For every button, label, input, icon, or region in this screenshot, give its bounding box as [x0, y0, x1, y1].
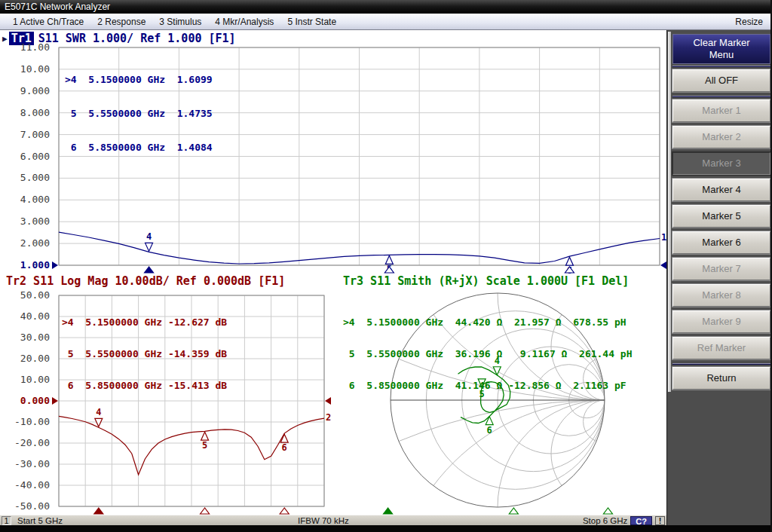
softkey-menu: Clear Marker Menu All OFFMarker 1Marker …	[672, 34, 770, 393]
stimulus-marker-6[interactable]	[280, 508, 289, 514]
ref-level-arrow-left[interactable]	[52, 261, 58, 269]
marker-flag-6[interactable]: 6	[486, 417, 493, 436]
softkey-button-marker-1: Marker 1	[672, 99, 770, 122]
ref-level-arrow-left[interactable]	[52, 397, 58, 405]
channel-indicator: 1	[2, 516, 11, 525]
trace1-settings: S11 SWR 1.000/ Ref 1.000 [F1]	[38, 32, 236, 45]
softkey-menu-title: Clear Marker Menu	[672, 34, 770, 64]
softkey-sidebar: Clear Marker Menu All OFFMarker 1Marker …	[666, 30, 772, 525]
tr1-s11-swr-group: 1456	[52, 231, 666, 276]
stop-frequency: Stop 6 GHz	[583, 516, 627, 525]
y-tick-label: 50.00	[5, 289, 50, 301]
y-tick-label: 40.00	[5, 310, 50, 323]
ref-level-arrow-right[interactable]	[660, 261, 666, 269]
y-tick-label: -50.00	[5, 500, 50, 512]
status-bar: 1 Start 5 GHz IFBW 70 kHz Stop 6 GHz C? …	[0, 515, 666, 525]
y-tick-label: 7.000	[5, 129, 50, 141]
softkey-button-return[interactable]: Return	[672, 367, 770, 390]
menu-bar: 1 Active Ch/Trace 2 Response 3 Stimulus …	[0, 14, 772, 30]
tr3-marker-readout: >4 5.1500000 GHz 44.420 Ω 21.957 Ω 678.5…	[343, 296, 633, 412]
marker-readout-row: 6 5.8500000 GHz 41.146 Ω -12.856 Ω 2.116…	[343, 381, 633, 391]
tr1-marker-readout: >4 5.1500000 GHz 1.6099 5 5.5500000 GHz …	[65, 51, 213, 176]
y-tick-label: 6.000	[5, 151, 50, 163]
y-tick-label: 2.000	[5, 237, 50, 249]
softkey-button-marker-8: Marker 8	[672, 284, 770, 307]
trace3-header[interactable]: Tr3 S11 Smith (R+jX) Scale 1.000U [F1 De…	[343, 274, 629, 288]
ifbw-value: IFBW 70 kHz	[298, 516, 349, 525]
marker-readout-row: 5 5.5500000 GHz 36.196 Ω 9.1167 Ω 261.44…	[343, 349, 633, 359]
softkey-separator	[672, 363, 770, 365]
softkey-button-marker-3[interactable]: Marker 3	[672, 152, 770, 175]
softkey-menu-title-line2: Menu	[673, 49, 770, 61]
plot-area: 14562456456 ▶ Tr1 S11 SWR 1.000/ Ref 1.0…	[0, 30, 666, 515]
window-title: E5071C Network Analyzer	[5, 2, 110, 12]
marker-readout-row: 6 5.8500000 GHz 1.4084	[65, 142, 213, 153]
marker-readout-row: >4 5.1500000 GHz 44.420 Ω 21.957 Ω 678.5…	[343, 317, 633, 328]
y-tick-label: 3.000	[5, 216, 50, 228]
softkey-scrollbar[interactable]	[668, 32, 671, 392]
svg-text:6: 6	[487, 425, 492, 436]
softkey-button-marker-4[interactable]: Marker 4	[672, 179, 770, 201]
softkey-button-marker-9: Marker 9	[672, 310, 770, 333]
y-tick-label: -40.00	[5, 479, 50, 491]
bottom-edge	[0, 525, 772, 532]
softkey-separator	[672, 96, 770, 97]
softkey-button-marker-6[interactable]: Marker 6	[672, 231, 770, 254]
y-tick-label: 30.00	[5, 332, 50, 344]
stimulus-marker-4[interactable]	[145, 267, 154, 273]
marker-readout-row: 6 5.8500000 GHz -15.413 dB	[62, 381, 227, 391]
y-tick-label: 9.000	[5, 85, 50, 97]
title-bar: E5071C Network Analyzer	[0, 0, 772, 14]
softkey-button-marker-2: Marker 2	[672, 126, 770, 148]
softkey-separator	[672, 66, 770, 67]
menu-item-stimulus[interactable]: 3 Stimulus	[152, 17, 208, 27]
y-tick-label: -30.00	[5, 458, 50, 470]
svg-text:5: 5	[202, 440, 207, 451]
marker-flag-6[interactable]: 6	[280, 434, 288, 453]
marker-flag-5[interactable]: 5	[201, 432, 209, 451]
correction-badge: C?	[630, 516, 652, 525]
menu-item-active-ch-trace[interactable]: 1 Active Ch/Trace	[6, 17, 90, 27]
menu-item-instr-state[interactable]: 5 Instr State	[280, 17, 343, 27]
stimulus-marker-4[interactable]	[94, 508, 103, 514]
y-tick-label: 4.000	[5, 194, 50, 206]
tr2-marker-readout: >4 5.1500000 GHz -12.627 dB 5 5.5500000 …	[62, 296, 227, 412]
marker-flag-4[interactable]: 4	[146, 231, 153, 251]
y-tick-label: 8.000	[5, 107, 50, 119]
y-tick-label: 0.000	[5, 395, 50, 407]
stimulus-marker-6[interactable]	[603, 508, 612, 514]
y-tick-label: 5.000	[5, 172, 50, 184]
svg-text:2: 2	[326, 412, 331, 423]
ref-level-arrow-right[interactable]	[325, 397, 331, 405]
start-frequency: Start 5 GHz	[17, 516, 63, 525]
y-tick-label: 11.00	[5, 41, 50, 54]
y-tick-label: -20.00	[5, 437, 50, 449]
y-tick-label: 20.00	[5, 353, 50, 365]
resize-button[interactable]: Resize	[728, 17, 766, 27]
svg-text:6: 6	[282, 442, 287, 453]
menu-item-response[interactable]: 2 Response	[90, 17, 152, 27]
softkey-button-marker-7: Marker 7	[672, 258, 770, 280]
marker-readout-row: >4 5.1500000 GHz 1.6099	[65, 74, 213, 85]
menu-item-mkr-analysis[interactable]: 4 Mkr/Analysis	[208, 17, 280, 27]
stimulus-marker-5[interactable]	[509, 508, 518, 514]
svg-text:1: 1	[661, 232, 666, 243]
tr2-s11-log-mag-group: 2456	[52, 397, 331, 514]
softkey-button-marker-5[interactable]: Marker 5	[672, 205, 770, 228]
y-tick-label: 10.00	[5, 374, 50, 386]
y-tick-label: 1.000	[5, 259, 50, 271]
trace2-header[interactable]: Tr2 S11 Log Mag 10.00dB/ Ref 0.000dB [F1…	[6, 274, 285, 288]
softkey-button-ref-marker: Ref Marker	[672, 337, 770, 359]
error-indicator[interactable]: !	[655, 516, 665, 525]
marker-readout-row: 5 5.5500000 GHz 1.4735	[65, 108, 213, 119]
marker-readout-row: 5 5.5500000 GHz -14.359 dB	[62, 349, 227, 359]
softkey-button-all-off[interactable]: All OFF	[672, 69, 770, 92]
analyzer-window: E5071C Network Analyzer 1 Active Ch/Trac…	[0, 0, 772, 532]
softkey-menu-title-line1: Clear Marker	[673, 37, 770, 49]
svg-text:4: 4	[146, 231, 152, 242]
marker-readout-row: >4 5.1500000 GHz -12.627 dB	[62, 317, 227, 328]
stimulus-marker-4[interactable]	[384, 508, 393, 514]
stimulus-marker-5[interactable]	[201, 508, 210, 514]
y-tick-label: -10.00	[5, 416, 50, 428]
y-tick-label: 10.00	[5, 63, 50, 75]
